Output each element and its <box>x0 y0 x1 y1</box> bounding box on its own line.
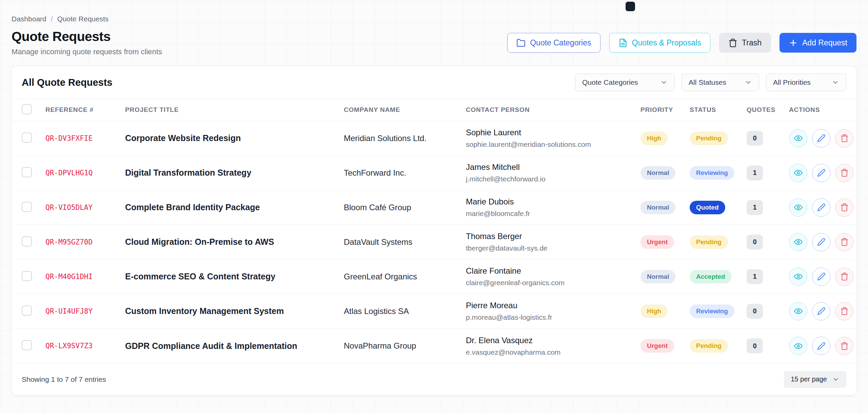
delete-button[interactable] <box>835 164 853 182</box>
row-checkbox[interactable] <box>22 202 32 212</box>
table-row: QR-LX9SV7Z3 GDPR Compliance Audit & Impl… <box>12 329 856 363</box>
priority-badge: High <box>640 132 668 145</box>
table-row: QR-DPVLHG1Q Digital Transformation Strat… <box>12 156 856 190</box>
quote-categories-button[interactable]: Quote Categories <box>507 33 600 53</box>
contact-email: p.moreau@atlas-logistics.fr <box>466 313 634 321</box>
reference-link[interactable]: QR-VIO5DLAY <box>45 203 93 212</box>
delete-button[interactable] <box>835 129 853 148</box>
view-button[interactable] <box>789 302 807 320</box>
company-name: Meridian Solutions Ltd. <box>344 134 427 143</box>
panel-title: All Quote Requests <box>22 77 113 88</box>
priority-badge: Normal <box>640 166 675 180</box>
edit-button[interactable] <box>812 164 830 182</box>
eye-icon <box>794 342 803 350</box>
column-header-priority: Priority <box>640 106 690 114</box>
edit-button[interactable] <box>812 129 830 148</box>
trash-button[interactable]: Trash <box>719 33 771 53</box>
edit-button[interactable] <box>812 302 830 320</box>
delete-button[interactable] <box>835 337 853 355</box>
view-button[interactable] <box>789 198 807 217</box>
priority-badge: Normal <box>640 201 675 214</box>
status-badge: Reviewing <box>690 166 734 180</box>
table-row: QR-DV3FXFIE Corporate Website Redesign M… <box>12 121 856 156</box>
select-all-checkbox[interactable] <box>22 104 32 114</box>
quotes-count: 1 <box>747 200 763 215</box>
contact-email: e.vasquez@novapharma.com <box>466 348 634 356</box>
table-row: QR-M40G1DHI E-commerce SEO & Content Str… <box>12 259 856 294</box>
floating-widget-button[interactable] <box>626 2 635 11</box>
contact-name: James Mitchell <box>466 162 634 172</box>
edit-button[interactable] <box>812 198 830 217</box>
status-badge: Quoted <box>690 201 725 214</box>
delete-button[interactable] <box>835 233 853 251</box>
filter-bar: Quote Categories All Statuses All Priori… <box>575 74 846 91</box>
project-title: Digital Transformation Strategy <box>125 168 251 177</box>
column-header-status: Status <box>690 106 747 114</box>
column-header-quotes: Quotes <box>747 106 789 114</box>
column-header-contact-person: Contact Person <box>466 106 640 114</box>
reference-link[interactable]: QR-DV3FXFIE <box>45 134 93 142</box>
contact-name: Sophie Laurent <box>466 128 634 137</box>
view-button[interactable] <box>789 233 807 251</box>
pencil-icon <box>817 238 826 246</box>
view-button[interactable] <box>789 268 807 286</box>
company-name: GreenLeaf Organics <box>344 272 417 281</box>
pencil-icon <box>817 272 826 281</box>
per-page-select[interactable]: 15 per page <box>784 371 846 388</box>
eye-icon <box>794 238 803 246</box>
delete-button[interactable] <box>835 302 853 320</box>
document-icon <box>618 38 628 47</box>
contact-email: marie@bloomcafe.fr <box>466 210 634 218</box>
status-badge: Accepted <box>690 270 732 283</box>
contact-name: Pierre Moreau <box>466 301 634 310</box>
filter-statuses-select[interactable]: All Statuses <box>682 74 759 91</box>
company-name: NovaPharma Group <box>344 341 416 350</box>
trash-icon <box>840 134 849 142</box>
filter-priorities-select[interactable]: All Priorities <box>766 74 846 91</box>
trash-icon <box>840 169 849 177</box>
contact-name: Thomas Berger <box>466 232 634 241</box>
column-header-project-title: Project Title <box>125 106 344 114</box>
view-button[interactable] <box>789 129 807 148</box>
delete-button[interactable] <box>835 198 853 217</box>
page-title-block: Quote Requests Manage incoming quote req… <box>12 29 162 56</box>
row-checkbox[interactable] <box>22 306 32 316</box>
reference-link[interactable]: QR-M40G1DHI <box>45 273 93 281</box>
delete-button[interactable] <box>835 268 853 286</box>
breadcrumb-dashboard-link[interactable]: Dashboard <box>12 15 46 23</box>
pencil-icon <box>817 307 826 315</box>
edit-button[interactable] <box>812 233 830 251</box>
add-request-button[interactable]: Add Request <box>780 33 856 53</box>
quotes-count: 1 <box>747 165 763 180</box>
filter-quote-categories-select[interactable]: Quote Categories <box>575 74 675 91</box>
column-header-actions: Actions <box>789 106 847 114</box>
trash-label: Trash <box>742 38 762 47</box>
quote-categories-label: Quote Categories <box>530 38 591 47</box>
reference-link[interactable]: QR-UI4UFJ8Y <box>45 307 93 315</box>
row-checkbox[interactable] <box>22 133 32 143</box>
reference-link[interactable]: QR-DPVLHG1Q <box>45 169 93 177</box>
row-checkbox[interactable] <box>22 167 32 177</box>
view-button[interactable] <box>789 164 807 182</box>
quotes-proposals-button[interactable]: Quotes & Proposals <box>609 33 711 53</box>
edit-button[interactable] <box>812 268 830 286</box>
trash-icon <box>840 342 849 350</box>
company-name: TechForward Inc. <box>344 168 406 177</box>
pencil-icon <box>817 342 826 350</box>
reference-link[interactable]: QR-M95GZ70D <box>45 238 93 246</box>
breadcrumb: Dashboard / Quote Requests <box>0 0 868 23</box>
edit-button[interactable] <box>812 337 830 355</box>
row-checkbox[interactable] <box>22 340 32 350</box>
priority-badge: Normal <box>640 270 675 283</box>
quotes-count: 0 <box>747 235 763 250</box>
status-badge: Pending <box>690 132 728 145</box>
row-checkbox[interactable] <box>22 236 32 247</box>
chevron-down-icon <box>832 79 839 86</box>
chevron-down-icon <box>745 79 752 86</box>
status-badge: Reviewing <box>690 304 734 318</box>
eye-icon <box>794 272 803 281</box>
reference-link[interactable]: QR-LX9SV7Z3 <box>45 342 93 350</box>
view-button[interactable] <box>789 337 807 355</box>
row-checkbox[interactable] <box>22 271 32 281</box>
quotes-count: 0 <box>747 338 763 353</box>
